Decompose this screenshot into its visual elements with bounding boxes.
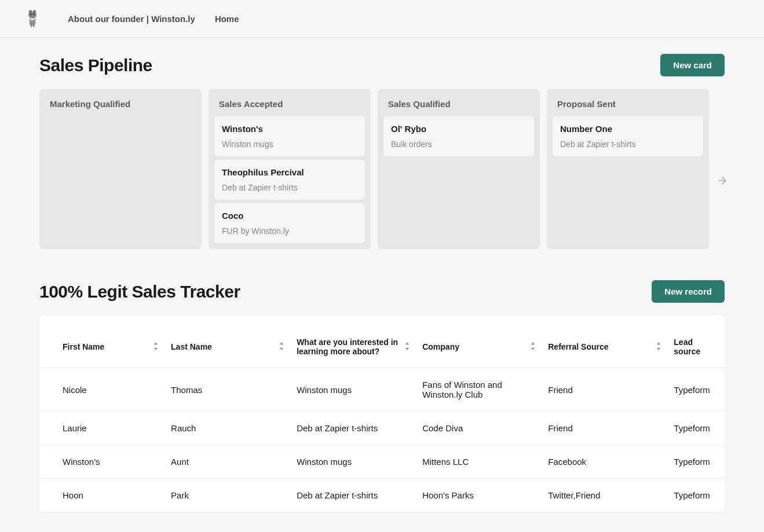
sort-icon[interactable] — [278, 342, 285, 352]
pipeline-column: Marketing Qualified — [39, 89, 202, 249]
tracker-header: 100% Legit Sales Tracker New record — [39, 280, 725, 303]
sort-icon[interactable] — [152, 342, 159, 352]
top-nav: About our founder | Winston.ly Home — [0, 0, 764, 38]
cell-interest: Deb at Zapier t-shirts — [291, 412, 416, 445]
cell-last-name: Thomas — [165, 368, 291, 412]
cell-last-name: Rauch — [165, 412, 291, 445]
card-subtitle: Deb at Zapier t-shirts — [560, 140, 696, 149]
cell-referral: Facebook — [542, 445, 668, 479]
tracker-table: First Name Last Name — [39, 332, 725, 512]
table-row[interactable]: Hoon Park Deb at Zapier t-shirts Hoon's … — [39, 479, 725, 512]
column-title: Marketing Qualified — [45, 97, 196, 116]
cell-last-name: Aunt — [165, 445, 291, 479]
header-label: Lead source — [674, 337, 719, 356]
table-header[interactable]: Lead source — [668, 332, 725, 368]
scroll-right-button[interactable] — [717, 175, 728, 189]
svg-point-3 — [30, 14, 32, 16]
header-label: First Name — [63, 342, 104, 351]
card-subtitle: Winston mugs — [222, 140, 357, 149]
table-header[interactable]: What are you interested in learning more… — [291, 332, 416, 368]
nav-link-about[interactable]: About our founder | Winston.ly — [68, 14, 195, 24]
cell-lead: Typeform — [668, 412, 725, 445]
cell-company: Mittens LLC — [416, 445, 542, 479]
table-header[interactable]: First Name — [39, 332, 165, 368]
svg-point-2 — [33, 10, 36, 14]
tracker-table-container: First Name Last Name — [39, 315, 725, 512]
table-header[interactable]: Last Name — [165, 332, 291, 368]
new-card-button[interactable]: New card — [660, 54, 725, 76]
cell-lead: Typeform — [668, 479, 725, 512]
svg-point-4 — [33, 14, 35, 16]
cell-referral: Friend — [542, 368, 668, 412]
cell-company: Hoon's Parks — [416, 479, 542, 512]
cell-referral: Friend — [542, 412, 668, 445]
pipeline-board: Marketing Qualified Sales Accepted Winst… — [39, 89, 725, 249]
table-row[interactable]: Laurie Rauch Deb at Zapier t-shirts Code… — [39, 412, 725, 445]
nav-link-home[interactable]: Home — [215, 14, 239, 24]
svg-rect-6 — [33, 22, 35, 27]
sort-icon[interactable] — [404, 342, 411, 352]
cell-company: Code Diva — [416, 412, 542, 445]
card-title: Number One — [560, 124, 696, 134]
tracker-title: 100% Legit Sales Tracker — [39, 282, 240, 302]
sort-icon[interactable] — [529, 342, 536, 352]
pipeline-column: Sales Qualified Ol' Rybo Bulk orders — [378, 89, 540, 249]
column-title: Sales Qualified — [383, 97, 534, 116]
arrow-right-icon — [717, 175, 728, 186]
column-title: Proposal Sent — [553, 97, 703, 116]
card-title: Winston's — [222, 124, 357, 134]
pipeline-column: Proposal Sent Number One Deb at Zapier t… — [547, 89, 709, 249]
pipeline-header: Sales Pipeline New card — [39, 54, 725, 76]
pipeline-title: Sales Pipeline — [39, 56, 152, 75]
card-subtitle: FUR by Winston.ly — [222, 226, 357, 236]
column-title: Sales Accepted — [214, 97, 365, 116]
new-record-button[interactable]: New record — [652, 280, 725, 303]
pipeline-card[interactable]: Number One Deb at Zapier t-shirts — [553, 116, 703, 156]
cell-last-name: Park — [165, 479, 291, 512]
svg-rect-5 — [31, 22, 32, 27]
pipeline-column: Sales Accepted Winston's Winston mugs Th… — [209, 89, 371, 249]
cell-lead: Typeform — [668, 445, 725, 479]
logo[interactable] — [23, 8, 42, 30]
svg-point-1 — [29, 10, 32, 14]
table-header[interactable]: Company — [416, 332, 542, 368]
table-header[interactable]: Referral Source — [542, 332, 668, 368]
cell-first-name: Winston's — [39, 445, 165, 479]
pipeline-card[interactable]: Winston's Winston mugs — [214, 116, 365, 156]
cell-first-name: Nicole — [39, 368, 165, 412]
card-subtitle: Bulk orders — [391, 140, 527, 149]
cell-company: Fans of Winston and Winston.ly Club — [416, 368, 542, 412]
header-label: Company — [422, 342, 459, 351]
header-label: Referral Source — [548, 342, 608, 351]
card-title: Theophilus Percival — [222, 167, 357, 177]
header-label: What are you interested in learning more… — [297, 337, 399, 356]
header-label: Last Name — [171, 342, 212, 351]
pipeline-card[interactable]: Theophilus Percival Deb at Zapier t-shir… — [214, 160, 365, 200]
cell-first-name: Laurie — [39, 412, 165, 445]
card-title: Ol' Rybo — [391, 124, 527, 134]
cell-interest: Winston mugs — [291, 368, 416, 412]
cell-interest: Deb at Zapier t-shirts — [291, 479, 416, 512]
logo-icon — [24, 9, 41, 28]
cell-first-name: Hoon — [39, 479, 165, 512]
card-subtitle: Deb at Zapier t-shirts — [222, 183, 357, 192]
card-title: Coco — [222, 211, 357, 221]
cell-interest: Winston mugs — [291, 445, 416, 479]
table-row[interactable]: Winston's Aunt Winston mugs Mittens LLC … — [39, 445, 725, 479]
sort-icon[interactable] — [655, 342, 662, 352]
cell-lead: Typeform — [668, 368, 725, 412]
table-row[interactable]: Nicole Thomas Winston mugs Fans of Winst… — [39, 368, 725, 412]
pipeline-card[interactable]: Ol' Rybo Bulk orders — [383, 116, 534, 156]
cell-referral: Twitter,Friend — [542, 479, 668, 512]
pipeline-card[interactable]: Coco FUR by Winston.ly — [214, 203, 365, 243]
